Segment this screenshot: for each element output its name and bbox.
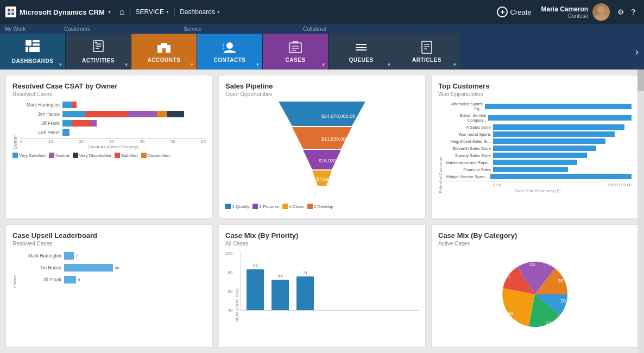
- activities-icon: [92, 40, 105, 55]
- chart2-legend-4: 2-Develop: [307, 204, 333, 209]
- queues-icon: [354, 41, 368, 55]
- chart6-pie: 20 22 28 21 33 26: [438, 251, 632, 338]
- dashboards-label: Dashboards: [180, 8, 215, 16]
- accounts-tile-label: ACCOUNTS: [148, 57, 181, 63]
- chart1-legend-5: Dissatisfied: [141, 153, 170, 158]
- chart-sales-pipeline: Sales Pipeline Open Opportunities $24,07…: [218, 75, 426, 219]
- activities-tile-chevron: ▾: [125, 62, 128, 67]
- chart1-row4-seg1: [62, 129, 70, 136]
- tile-queues[interactable]: QUEUES ▾: [329, 34, 394, 70]
- svg-rect-20: [223, 46, 224, 47]
- help-button[interactable]: ?: [628, 5, 639, 18]
- tile-cases[interactable]: CASES ▾: [263, 34, 328, 70]
- articles-tile-label: ARTICLES: [412, 57, 441, 63]
- svg-rect-3: [11, 12, 14, 15]
- chart5-yticks: 100 80 60 40: [225, 251, 232, 322]
- chart1-row2-seg1: [62, 111, 85, 117]
- chart5-subtitle: All Cases: [225, 241, 419, 247]
- svg-rect-21: [223, 48, 224, 49]
- create-icon: +: [497, 7, 508, 17]
- svg-text:21: 21: [505, 274, 510, 279]
- queues-tile-chevron: ▾: [388, 62, 391, 67]
- service-menu[interactable]: SERVICE ▾: [131, 6, 173, 18]
- svg-rect-22: [289, 43, 301, 53]
- svg-text:$24,070,000.00: $24,070,000.00: [321, 114, 356, 119]
- user-avatar: [592, 3, 610, 21]
- svg-rect-9: [26, 47, 28, 52]
- chart1-row2-seg5: [167, 111, 185, 117]
- tile-articles[interactable]: ARTICLES ▾: [394, 34, 459, 70]
- top-navigation: Microsoft Dynamics CRM ▾ ⌂ | SERVICE ▾ |…: [0, 0, 644, 24]
- tile-dashboards[interactable]: DASHBOARDS ▾: [0, 34, 65, 70]
- cases-tile-chevron: ▾: [322, 62, 325, 67]
- user-info: Maria Cameron Contoso: [537, 3, 615, 21]
- cases-icon: [288, 41, 302, 55]
- svg-text:$7,090,000.00: $7,090,000.00: [316, 177, 348, 182]
- chart2-title: Sales Pipeline: [225, 82, 419, 90]
- svg-rect-7: [33, 40, 40, 42]
- chart4-yaxis-label: Owner: [12, 252, 17, 288]
- chart5-title: Case Mix (By Priority): [225, 231, 419, 239]
- svg-point-5: [595, 14, 608, 21]
- chart1-row2-seg4: [157, 111, 167, 117]
- chart5-bar2: 64: [272, 274, 289, 310]
- section-mywork: My Work: [4, 26, 64, 32]
- articles-icon: [420, 41, 433, 55]
- accounts-icon: [156, 41, 172, 55]
- queues-tile-label: QUEUES: [349, 57, 373, 63]
- home-button[interactable]: ⌂: [115, 5, 129, 19]
- chart1-row4-label: Lori Penor: [20, 130, 62, 135]
- chart1-row2-seg2: [85, 111, 128, 117]
- chart1-legend-3: Very Dissatisfied: [73, 153, 111, 158]
- svg-text:26: 26: [558, 278, 563, 283]
- chart1-row2-seg3: [128, 111, 157, 117]
- svg-rect-16: [161, 43, 167, 46]
- tile-activities[interactable]: ACTIVITIES ▾: [66, 34, 131, 70]
- user-name: Maria Cameron: [541, 5, 589, 13]
- chart1-yaxis: Owner: [12, 102, 18, 149]
- dashboards-tile-label: DASHBOARDS: [12, 58, 54, 64]
- svg-text:22: 22: [546, 320, 551, 326]
- chart5-yaxis-label: nt:All (Case Title): [235, 251, 239, 322]
- chart-upsell-leaderboard: Case Upsell Leaderboard Resolved Cases O…: [5, 224, 213, 348]
- chart6-subtitle: Active Cases: [438, 241, 632, 247]
- svg-text:33: 33: [529, 262, 535, 267]
- chart2-subtitle: Open Opportunities: [225, 91, 419, 97]
- chart3-yaxis-label: Potential Customer: [438, 102, 443, 193]
- articles-tile-chevron: ▾: [453, 62, 457, 67]
- svg-point-4: [597, 6, 605, 14]
- brand-chevron: ▾: [108, 9, 111, 15]
- accounts-tile-chevron: ▾: [191, 62, 194, 67]
- chart-top-customers: Top Customers Won Opportunities Potentia…: [431, 75, 639, 219]
- service-chevron: ▾: [166, 9, 169, 15]
- chart1-subtitle: Resolved Cases: [12, 91, 206, 97]
- chart1-row1-label: Mark Harrington: [20, 102, 62, 108]
- svg-rect-6: [26, 40, 31, 46]
- nav-more-button[interactable]: ›: [635, 46, 639, 58]
- svg-rect-17: [162, 48, 166, 53]
- svg-text:$11,830,000.00: $11,830,000.00: [321, 136, 356, 142]
- dashboards-menu[interactable]: Dashboards ▾: [175, 6, 224, 18]
- chart2-legend-2: 3-Propose: [252, 204, 279, 209]
- create-button[interactable]: + Create: [491, 4, 536, 20]
- scrollbar-track[interactable]: [637, 70, 644, 353]
- chart1-legend-1: Very Satisfied: [12, 153, 46, 158]
- chart1-row2-label: Jim Hance: [20, 111, 62, 117]
- settings-button[interactable]: ⚙: [614, 5, 628, 18]
- contacts-tile-label: CONTACTS: [214, 57, 246, 63]
- section-service: Service: [184, 26, 303, 32]
- svg-rect-19: [223, 44, 224, 45]
- chart1-row3-seg3: [91, 120, 97, 127]
- svg-text:$18,030,000.00: $18,030,000.00: [319, 158, 353, 163]
- contacts-tile-chevron: ▾: [256, 62, 260, 67]
- chart1-title: Resolved Case CSAT by Owner: [12, 82, 206, 90]
- chart5-bar3: 71: [296, 270, 314, 310]
- scrollbar-thumb[interactable]: [637, 70, 644, 91]
- section-collateral: Collateral: [303, 26, 640, 32]
- svg-rect-10: [29, 47, 40, 52]
- chart-case-mix-priority: Case Mix (By Priority) All Cases 100 80 …: [218, 224, 426, 348]
- svg-text:20: 20: [560, 298, 566, 304]
- tile-accounts[interactable]: ACCOUNTS ▾: [131, 34, 197, 70]
- svg-rect-8: [33, 43, 40, 46]
- tile-contacts[interactable]: CONTACTS ▾: [197, 34, 262, 70]
